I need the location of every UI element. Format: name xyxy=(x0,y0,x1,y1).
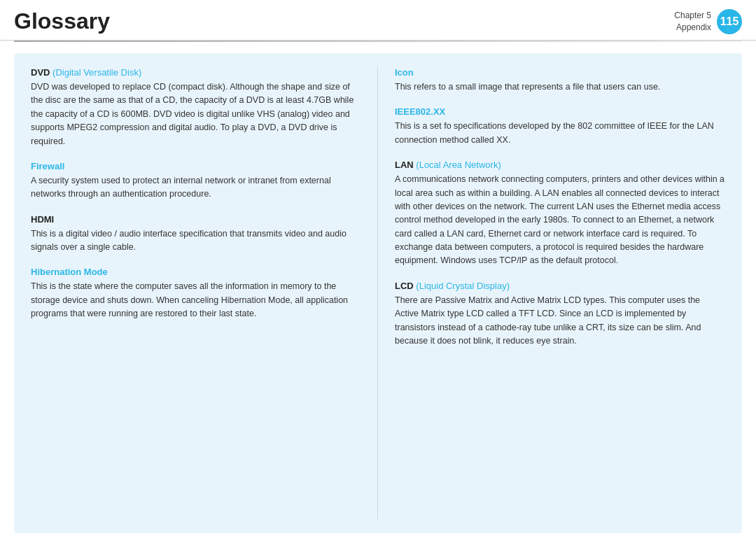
entry-icon-body: This refers to a small image that repres… xyxy=(395,80,725,94)
entry-ieee: IEEE802.XX This is a set fo specificatio… xyxy=(395,106,725,147)
entry-hibernation-title: Hibernation Mode xyxy=(31,267,360,277)
page-title: Glossary xyxy=(14,8,110,34)
entry-ieee-body: This is a set fo specifications develope… xyxy=(395,120,725,147)
entry-lan-title: LAN (Local Area Network) xyxy=(395,160,725,170)
entry-dvd-body: DVD was developed to replace CD (compact… xyxy=(31,80,360,148)
page-header: Glossary Chapter 5 Appendix 115 xyxy=(0,0,756,41)
entry-lcd: LCD (Liquid Crystal Display) There are P… xyxy=(395,281,725,348)
entry-firewall-body: A security system used to protect an int… xyxy=(31,174,360,202)
entry-hibernation-body: This is the state where the computer sav… xyxy=(31,280,360,320)
entry-ieee-title: IEEE802.XX xyxy=(395,106,725,117)
entry-hibernation: Hibernation Mode This is the state where… xyxy=(31,267,360,320)
entry-lan-body: A communications network connecting comp… xyxy=(395,173,725,268)
entry-lcd-title: LCD (Liquid Crystal Display) xyxy=(395,281,725,291)
entry-icon-title: Icon xyxy=(395,67,725,78)
chapter-info: Chapter 5 Appendix 115 xyxy=(674,9,742,34)
entry-icon: Icon This refers to a small image that r… xyxy=(395,67,725,94)
entry-hdmi-title: HDMI xyxy=(31,214,360,225)
glossary-content: DVD (Digital Versatile Disk) DVD was dev… xyxy=(14,53,742,533)
chapter-label: Chapter 5 Appendix xyxy=(674,10,711,34)
left-column: DVD (Digital Versatile Disk) DVD was dev… xyxy=(31,67,378,519)
chapter-badge: 115 xyxy=(717,9,742,34)
entry-hdmi-body: This is a digital video / audio interfac… xyxy=(31,227,360,255)
entry-hdmi: HDMI This is a digital video / audio int… xyxy=(31,214,360,255)
header-divider xyxy=(14,41,742,42)
entry-dvd-title: DVD (Digital Versatile Disk) xyxy=(31,67,360,78)
entry-dvd: DVD (Digital Versatile Disk) DVD was dev… xyxy=(31,67,360,148)
entry-lan: LAN (Local Area Network) A communication… xyxy=(395,160,725,268)
entry-firewall: Firewall A security system used to prote… xyxy=(31,161,360,202)
entry-lcd-body: There are Passive Matrix and Active Matr… xyxy=(395,294,725,348)
entry-firewall-title: Firewall xyxy=(31,161,360,171)
right-column: Icon This refers to a small image that r… xyxy=(378,67,725,519)
